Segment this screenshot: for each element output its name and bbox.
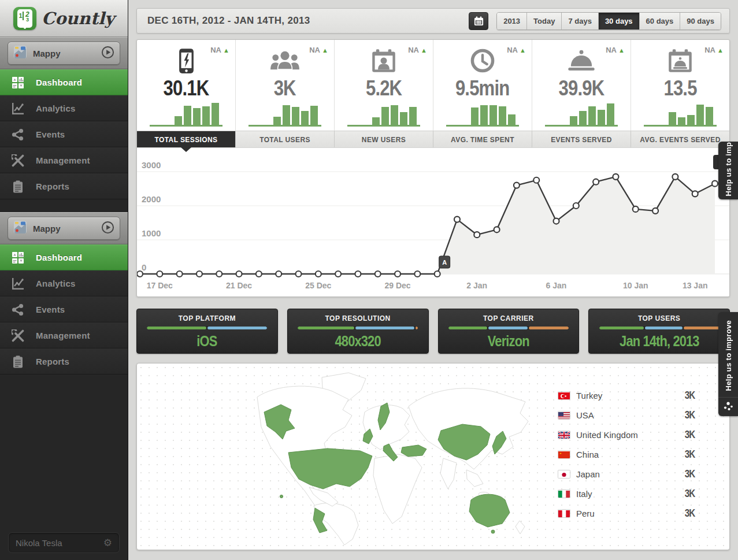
top-card-value: 480x320	[288, 332, 428, 350]
stat-tab-events-served[interactable]: EVENTS SERVED	[532, 131, 631, 147]
data-point[interactable]	[533, 177, 539, 183]
stat-tab-label: TOTAL USERS	[259, 136, 310, 144]
stat-card-total-users[interactable]: NA ▲3K	[236, 40, 335, 131]
stat-card-avg-events-served[interactable]: NA ▲13.5	[631, 40, 729, 131]
stat-tab-avg-time-spent[interactable]: AVG. TIME SPENT	[433, 131, 532, 147]
sidebar-item-label: Management	[36, 155, 90, 165]
data-point[interactable]	[652, 208, 658, 214]
data-point[interactable]	[335, 271, 341, 277]
data-point[interactable]	[316, 271, 321, 277]
stat-tab-label: AVG. EVENTS SERVED	[640, 136, 720, 144]
data-point[interactable]	[256, 271, 262, 277]
stat-tab-avg-events-served[interactable]: AVG. EVENTS SERVED	[631, 131, 729, 147]
sidebar-item-analytics[interactable]: Analytics	[0, 270, 128, 296]
top-card-top-resolution[interactable]: TOP RESOLUTION480x320	[287, 309, 429, 354]
top-card-value: Verizon	[439, 332, 579, 350]
stat-card-avg-time-spent[interactable]: NA ▲9.5min	[433, 40, 532, 131]
map-se-asia	[466, 470, 483, 487]
range-button-90-days[interactable]: 90 days	[680, 13, 721, 29]
stat-tab-new-users[interactable]: NEW USERS	[335, 131, 433, 147]
data-point[interactable]	[494, 227, 500, 232]
stat-tab-total-users[interactable]: TOTAL USERS	[236, 131, 335, 147]
data-point[interactable]	[196, 271, 202, 277]
top-card-value: Jan 14th, 2013	[589, 332, 729, 350]
flag-icon-jp	[558, 470, 570, 478]
app-selector-button[interactable]: Mappy	[8, 42, 120, 65]
data-point[interactable]	[633, 206, 639, 212]
data-point[interactable]	[593, 179, 599, 185]
range-button-7-days[interactable]: 7 days	[562, 13, 598, 29]
data-point[interactable]	[712, 181, 718, 187]
data-point[interactable]	[454, 217, 460, 222]
country-name: Italy	[576, 489, 592, 499]
trend-up-icon: ▲	[717, 47, 724, 54]
sidebar-item-dashboard[interactable]: Dashboard	[0, 69, 128, 95]
ratio-segment	[599, 327, 644, 329]
data-point[interactable]	[613, 174, 618, 180]
stat-tab-total-sessions[interactable]: TOTAL SESSIONS	[137, 131, 236, 147]
feedback-tab-handle[interactable]	[713, 155, 718, 169]
trend-up-icon: ▲	[618, 47, 625, 54]
data-point[interactable]	[216, 271, 222, 277]
app-selector-band-2: Mappy	[0, 212, 128, 244]
stat-card-total-sessions[interactable]: NA ▲30.1K	[137, 40, 236, 131]
feedback-tab-map[interactable]: Help us to improve	[718, 312, 738, 416]
sessions-line-chart[interactable]: 010002000300017 Dec21 Dec25 Dec29 Dec2 J…	[137, 148, 729, 296]
app-selector-expand-icon[interactable]	[101, 46, 114, 61]
data-point[interactable]	[177, 271, 183, 277]
y-axis-tick: 3000	[142, 160, 161, 170]
data-point[interactable]	[157, 271, 162, 277]
data-point[interactable]	[355, 271, 361, 277]
sidebar-item-management[interactable]: Management	[0, 147, 128, 173]
app-selector-button[interactable]: Mappy	[8, 217, 120, 240]
data-point[interactable]	[276, 271, 281, 277]
data-point[interactable]	[414, 271, 420, 277]
range-button-60-days[interactable]: 60 days	[640, 13, 681, 29]
range-button-2013[interactable]: 2013	[497, 13, 527, 29]
top-card-label: TOP CARRIER	[439, 314, 579, 322]
sidebar-item-events[interactable]: Events	[0, 121, 128, 147]
data-point[interactable]	[395, 271, 400, 277]
data-point[interactable]	[573, 203, 579, 209]
sidebar-item-label: Events	[36, 129, 65, 139]
feedback-tab-chart[interactable]: Help us to improve	[718, 142, 738, 199]
calendar-button[interactable]	[469, 12, 488, 30]
data-point[interactable]	[435, 271, 440, 277]
app-selector-expand-icon[interactable]	[101, 221, 114, 236]
top-card-value: iOS	[137, 332, 277, 350]
range-button-30-days[interactable]: 30 days	[599, 13, 640, 29]
data-point[interactable]	[236, 271, 242, 277]
top-card-top-users[interactable]: TOP USERSJan 14th, 2013	[588, 309, 730, 354]
map-africa	[373, 454, 422, 524]
sidebar-item-analytics[interactable]: Analytics	[0, 95, 128, 121]
date-range-switcher: 2013Today7 days30 days60 days90 days	[496, 12, 721, 30]
stat-card-new-users[interactable]: NA ▲5.2K	[335, 40, 433, 131]
user-menu[interactable]: Nikola Tesla ⚙	[8, 532, 120, 553]
share-molecule-icon[interactable]	[718, 397, 738, 416]
map-country-turkey	[401, 445, 427, 457]
top-card-top-carrier[interactable]: TOP CARRIERVerizon	[438, 309, 580, 354]
data-point[interactable]	[375, 271, 381, 277]
sidebar-item-events[interactable]: Events	[0, 296, 128, 322]
data-point[interactable]	[474, 232, 480, 238]
sidebar-item-management[interactable]: Management	[0, 322, 128, 348]
sidebar-item-reports[interactable]: Reports	[0, 348, 128, 374]
data-point[interactable]	[692, 191, 698, 196]
data-point[interactable]	[295, 271, 301, 277]
top-card-top-platform[interactable]: TOP PLATFORMiOS	[136, 309, 278, 354]
range-button-today[interactable]: Today	[527, 13, 562, 29]
ratio-segment	[529, 327, 569, 329]
top-card-label: TOP PLATFORM	[137, 314, 277, 322]
sidebar-item-reports[interactable]: Reports	[0, 173, 128, 199]
country-row-turkey: Turkey3K	[558, 385, 696, 405]
data-point[interactable]	[514, 183, 520, 188]
data-point[interactable]	[672, 174, 678, 180]
gear-icon[interactable]: ⚙	[103, 537, 112, 549]
data-point[interactable]	[554, 218, 559, 224]
country-value: 3K	[684, 448, 696, 461]
sidebar-item-dashboard[interactable]: Dashboard	[0, 244, 128, 270]
analytics-icon	[0, 277, 36, 290]
stat-card-events-served[interactable]: NA ▲39.9K	[532, 40, 631, 131]
data-point[interactable]	[137, 271, 143, 277]
country-row-china: China3K	[558, 444, 696, 464]
